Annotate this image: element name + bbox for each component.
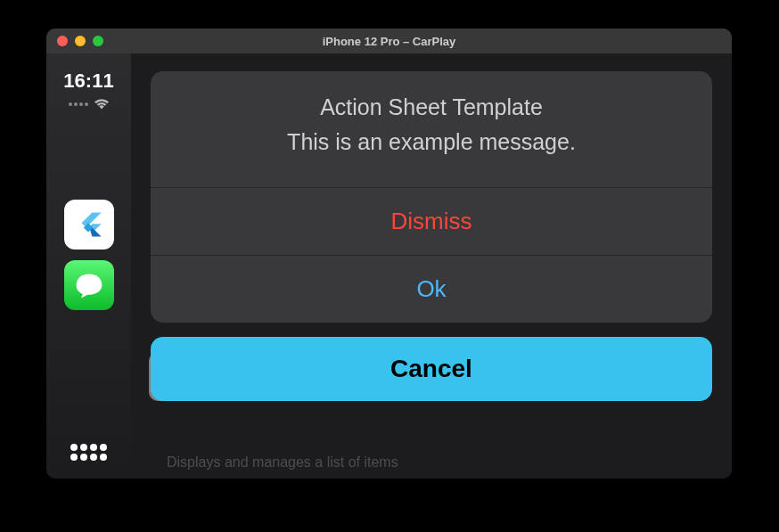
action-sheet-title: Action Sheet Template — [168, 94, 694, 120]
status-indicators — [69, 98, 110, 110]
grid-dot-icon — [70, 454, 78, 461]
zoom-button[interactable] — [93, 36, 103, 46]
status-time: 16:11 — [63, 70, 113, 93]
grid-dot-icon — [80, 444, 87, 451]
messages-app-icon[interactable] — [64, 260, 114, 310]
close-button[interactable] — [57, 36, 68, 46]
minimize-button[interactable] — [75, 36, 86, 46]
carplay-screen: 16:11 — [46, 53, 732, 479]
dismiss-button[interactable]: Dismiss — [151, 187, 712, 255]
main-content-area: Action Sheet Displays and manages a list… — [131, 53, 732, 479]
traffic-lights — [57, 36, 103, 46]
wifi-icon — [94, 98, 110, 110]
grid-dot-icon — [90, 444, 97, 451]
flutter-logo-icon — [74, 209, 104, 240]
cellular-signal-icon — [69, 102, 88, 106]
action-sheet-header: Action Sheet Template This is an example… — [151, 71, 712, 187]
simulator-window: iPhone 12 Pro – CarPlay 16:11 — [46, 29, 732, 479]
titlebar: iPhone 12 Pro – CarPlay — [46, 29, 732, 53]
message-bubble-icon — [73, 269, 105, 301]
action-sheet-overlay: Action Sheet Template This is an example… — [131, 53, 732, 479]
cancel-button[interactable]: Cancel — [151, 337, 712, 401]
ok-button[interactable]: Ok — [151, 255, 712, 323]
home-button[interactable] — [63, 437, 114, 468]
action-sheet: Action Sheet Template This is an example… — [151, 71, 712, 323]
grid-dot-icon — [70, 444, 78, 451]
grid-dot-icon — [100, 444, 107, 451]
action-sheet-message: This is an example message. — [168, 129, 694, 155]
dock-apps — [64, 200, 114, 437]
flutter-app-icon[interactable] — [64, 200, 114, 250]
window-title: iPhone 12 Pro – CarPlay — [46, 35, 732, 48]
carplay-sidebar: 16:11 — [46, 53, 131, 479]
grid-dot-icon — [100, 454, 107, 461]
grid-dot-icon — [80, 454, 87, 461]
grid-dot-icon — [90, 454, 97, 461]
